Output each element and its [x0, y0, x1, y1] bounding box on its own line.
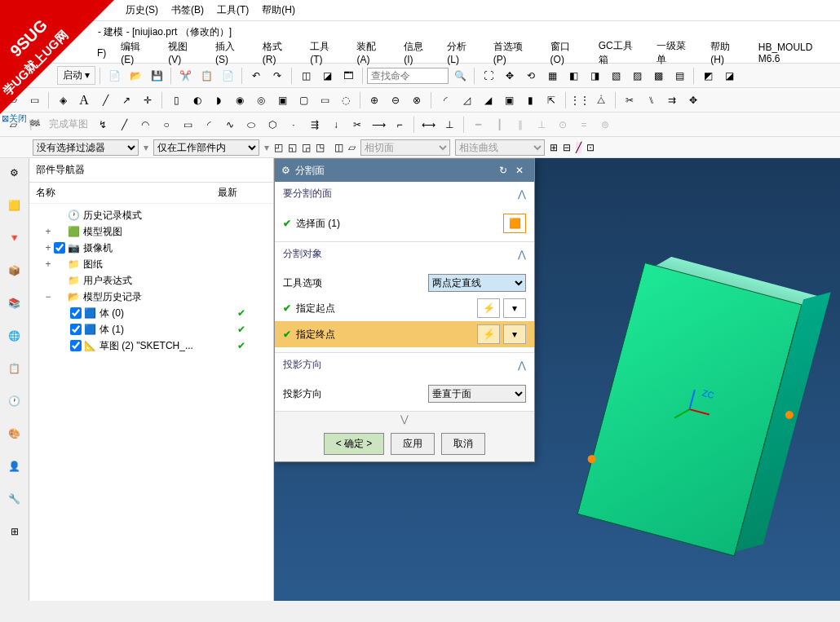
rotate-icon[interactable]: ⟲	[521, 66, 541, 86]
fillet2-icon[interactable]: ◜	[199, 115, 219, 135]
menu-window[interactable]: 窗口(O)	[547, 38, 587, 67]
fit-icon[interactable]: ⛶	[479, 66, 498, 86]
extend-icon[interactable]: ⟶	[369, 115, 388, 135]
layer-icon[interactable]: ▤	[670, 66, 689, 86]
end-point-menu[interactable]: ▾	[503, 324, 526, 344]
menu-help2[interactable]: 帮助(H)	[707, 38, 746, 67]
projection-select[interactable]: 垂直于面	[428, 385, 526, 403]
expand-icon[interactable]: +	[42, 242, 54, 254]
new-icon[interactable]: 📄	[104, 66, 124, 86]
undo-icon[interactable]: ↶	[246, 66, 266, 86]
sketch-icon[interactable]: ▱	[3, 90, 23, 110]
redo-icon[interactable]: ↷	[267, 66, 287, 86]
menu-format[interactable]: 格式(R)	[259, 38, 298, 67]
tab-assembly-icon[interactable]: 🟨	[3, 194, 26, 217]
tab-color-icon[interactable]: 🎨	[3, 422, 26, 445]
search-go-icon[interactable]: 🔍	[450, 66, 470, 86]
sweep-icon[interactable]: ◗	[209, 90, 228, 110]
tree-item[interactable]: 📐 草图 (2) "SKETCH_... ✔	[33, 337, 270, 354]
perp-icon[interactable]: ⊥	[532, 115, 551, 135]
extrude-icon[interactable]: ▯	[166, 90, 186, 110]
tree-item[interactable]: + 📁 图纸	[33, 256, 270, 272]
corner-icon[interactable]: ⌐	[390, 115, 409, 135]
equal-icon[interactable]: =	[574, 115, 594, 135]
render1-icon[interactable]: ▧	[606, 66, 626, 86]
menu-tools2[interactable]: 工具(T)	[307, 38, 345, 67]
col-name[interactable]: 名称	[36, 186, 218, 200]
plane-icon[interactable]: ▭	[24, 90, 44, 110]
menu-view[interactable]: 视图(V)	[165, 38, 204, 67]
pocket-icon[interactable]: ▣	[272, 90, 292, 110]
move-icon[interactable]: ✥	[683, 90, 703, 110]
filter-btn1-icon[interactable]: ◰	[274, 142, 283, 153]
dialog-titlebar[interactable]: ⚙ 分割面 ↻ ✕	[275, 159, 534, 182]
filter-end2-icon[interactable]: ⊟	[563, 142, 571, 153]
filter-btn2-icon[interactable]: ◱	[288, 142, 297, 153]
copy-icon[interactable]: 📋	[197, 66, 216, 86]
tree-item[interactable]: 📁 用户表达式	[33, 272, 270, 289]
thicken-icon[interactable]: ▮	[520, 90, 540, 110]
tree-item[interactable]: − 📂 模型历史记录	[33, 289, 270, 305]
filter-end3-icon[interactable]: ╱	[576, 142, 581, 153]
menu-edit[interactable]: 编辑(E)	[117, 38, 157, 67]
menu-insert[interactable]: 插入(S)	[212, 38, 251, 67]
tab-tool-icon[interactable]: 🔧	[3, 487, 26, 510]
filter-btn4-icon[interactable]: ◳	[316, 142, 325, 153]
point2-icon[interactable]: ·	[284, 115, 303, 135]
ellipse-icon[interactable]: ⬭	[241, 115, 261, 135]
select-face-button[interactable]: 🟧	[503, 214, 526, 233]
parallel-icon[interactable]: ∥	[511, 115, 530, 135]
expand-icon[interactable]: −	[42, 291, 54, 302]
tab-part-icon[interactable]: 📦	[3, 259, 26, 282]
menu-assembly[interactable]: 装配(A)	[353, 38, 392, 67]
coinc-icon[interactable]: ⊚	[595, 115, 615, 135]
mirror-icon[interactable]: ⧊	[591, 90, 611, 110]
trim-icon[interactable]: ✂	[620, 90, 639, 110]
shaded-icon[interactable]: ◧	[564, 66, 583, 86]
filter-end1-icon[interactable]: ⊞	[550, 142, 558, 153]
tab-clock-icon[interactable]: 🕐	[3, 390, 26, 412]
paste-icon[interactable]: 📄	[218, 66, 237, 86]
rect-icon[interactable]: ▭	[178, 115, 197, 135]
hole-icon[interactable]: ◉	[230, 90, 250, 110]
shell-icon[interactable]: ▣	[499, 90, 519, 110]
filter-select-1[interactable]: 没有选择过滤器	[33, 139, 139, 156]
filter-end4-icon[interactable]: ⊡	[586, 142, 595, 153]
tangent-icon[interactable]: ⊙	[553, 115, 573, 135]
tree-checkbox[interactable]	[54, 242, 65, 254]
start-point-button[interactable]: ⚡	[477, 298, 500, 318]
text-icon[interactable]: A	[74, 90, 94, 110]
menu-tools[interactable]: 工具(T)	[214, 2, 252, 19]
properties-icon[interactable]: 🗔	[338, 66, 358, 86]
expand-icon[interactable]: +	[42, 258, 54, 270]
command-search-input[interactable]	[367, 68, 449, 84]
start-point-label[interactable]: 指定起点	[296, 302, 474, 315]
graphics-viewport[interactable]: ⚙ 分割面 ↻ ✕ 要分割的面⋀ ✔ 选择面 (1) 🟧	[274, 158, 840, 601]
menu-level1[interactable]: 一级菜单	[653, 37, 699, 68]
subtract-icon[interactable]: ⊖	[386, 90, 405, 110]
tree-checkbox[interactable]	[70, 340, 82, 351]
ok-button[interactable]: < 确定 >	[324, 433, 385, 455]
start-point-menu[interactable]: ▾	[503, 298, 526, 318]
tree-checkbox[interactable]	[70, 324, 82, 335]
tab-reuse-icon[interactable]: 📚	[3, 292, 26, 315]
circle-icon[interactable]: ○	[157, 115, 176, 135]
cube1-icon[interactable]: ◫	[296, 66, 316, 86]
scale-icon[interactable]: ⇱	[542, 90, 561, 110]
menu-prefs[interactable]: 首选项(P)	[490, 38, 539, 67]
menu-info[interactable]: 信息(I)	[400, 38, 435, 67]
start-button[interactable]: 启动 ▾	[57, 66, 95, 85]
render3-icon[interactable]: ▩	[648, 66, 668, 86]
filter-select-2[interactable]: 仅在工作部件内	[153, 139, 259, 156]
pan-icon[interactable]: ✥	[500, 66, 519, 86]
point-icon[interactable]: ✛	[138, 90, 157, 110]
menu-bookmarks[interactable]: 书签(B)	[168, 2, 207, 19]
unite-icon[interactable]: ⊕	[365, 90, 384, 110]
hidden-icon[interactable]: ◨	[585, 66, 604, 86]
menu-gctools[interactable]: GC工具箱	[595, 37, 646, 68]
datum-icon[interactable]: ◈	[53, 90, 73, 110]
select-face-label[interactable]: 选择面 (1)	[296, 217, 500, 231]
clip-icon[interactable]: ◪	[719, 66, 739, 86]
save-icon[interactable]: 💾	[147, 66, 166, 86]
groove-icon[interactable]: ◌	[336, 90, 356, 110]
